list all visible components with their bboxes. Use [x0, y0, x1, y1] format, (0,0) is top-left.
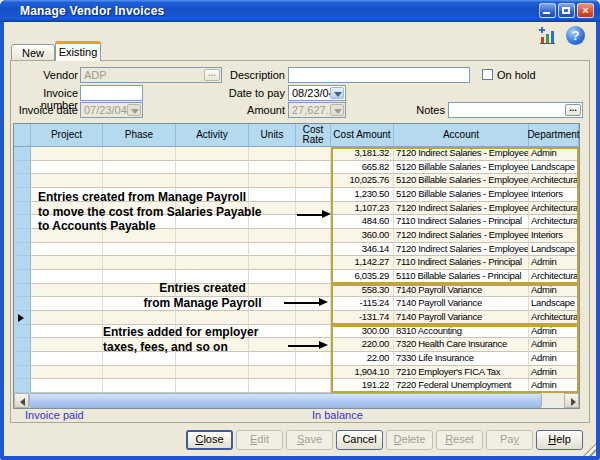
cell-account[interactable]: 7110 Indirect Salaries - Principal	[394, 256, 529, 270]
tab-existing[interactable]: Existing	[55, 41, 101, 61]
help-icon[interactable]: ?	[566, 26, 585, 45]
row-selector[interactable]	[14, 352, 31, 366]
cell-units[interactable]	[249, 256, 296, 270]
cell-account[interactable]: 7120 Indirect Salaries - Employee	[394, 147, 529, 161]
edit-button[interactable]: Edit	[236, 430, 283, 450]
column-header-units[interactable]: Units	[249, 124, 296, 147]
cell-cost-amount[interactable]: 6,035.29	[331, 270, 394, 284]
cell-department[interactable]: Admin	[529, 147, 579, 161]
cell-cost-rate[interactable]	[296, 352, 331, 366]
on-hold-checkbox[interactable]	[482, 69, 493, 80]
chevron-down-icon[interactable]	[330, 87, 344, 99]
cell-department[interactable]: Architectural	[529, 174, 579, 188]
cell-cost-amount[interactable]: 558.30	[331, 284, 394, 298]
close-window-button[interactable]: ×	[577, 3, 594, 18]
cell-phase[interactable]	[103, 243, 176, 257]
table-row[interactable]: -131.747140 Payroll VarianceArchitectura…	[14, 311, 579, 325]
cell-department[interactable]: Admin	[529, 366, 579, 380]
cell-project[interactable]	[31, 338, 103, 352]
horizontal-scrollbar[interactable]	[14, 393, 579, 408]
notes-browse-button[interactable]: ...	[565, 104, 581, 116]
cell-department[interactable]: Landscape	[529, 161, 579, 175]
cell-cost-rate[interactable]	[296, 366, 331, 380]
row-selector[interactable]	[14, 147, 31, 161]
save-button[interactable]: Save	[286, 430, 333, 450]
cell-cost-rate[interactable]	[296, 270, 331, 284]
column-header-phase[interactable]: Phase	[103, 124, 176, 147]
cell-account[interactable]: 7120 Indirect Salaries - Employee	[394, 202, 529, 216]
cell-activity[interactable]	[176, 174, 249, 188]
cell-department[interactable]: Architectural	[529, 311, 579, 325]
cell-department[interactable]: Admin	[529, 379, 579, 393]
cell-units[interactable]	[249, 243, 296, 257]
row-selector[interactable]	[14, 215, 31, 229]
scroll-right-button[interactable]	[564, 393, 579, 408]
column-header-cost-rate[interactable]: Cost Rate	[296, 124, 331, 147]
scrollbar-track[interactable]	[542, 393, 564, 408]
row-selector[interactable]	[14, 284, 31, 298]
description-field[interactable]	[288, 67, 470, 83]
scrollbar-thumb[interactable]	[29, 393, 542, 408]
cell-cost-rate[interactable]	[296, 229, 331, 243]
column-header-activity[interactable]: Activity	[176, 124, 249, 147]
cell-department[interactable]: Admin	[529, 352, 579, 366]
cell-department[interactable]: Landscape	[529, 297, 579, 311]
row-selector[interactable]	[14, 188, 31, 202]
table-row[interactable]: 1,904.107210 Employer's FICA TaxAdmin	[14, 366, 579, 380]
cell-account[interactable]: 7120 Indirect Salaries - Employee	[394, 243, 529, 257]
cell-project[interactable]	[31, 325, 103, 339]
column-header-account[interactable]: Account	[394, 124, 529, 147]
cell-cost-rate[interactable]	[296, 188, 331, 202]
column-header-department[interactable]: Department	[529, 124, 579, 147]
cell-cost-amount[interactable]: 191.22	[331, 379, 394, 393]
cell-phase[interactable]	[103, 147, 176, 161]
cell-cost-rate[interactable]	[296, 325, 331, 339]
cell-cost-rate[interactable]	[296, 311, 331, 325]
cell-project[interactable]	[31, 161, 103, 175]
cell-units[interactable]	[249, 311, 296, 325]
table-row[interactable]: 6,035.295110 Billable Salaries - Princip…	[14, 270, 579, 284]
cell-cost-rate[interactable]	[296, 256, 331, 270]
cancel-button[interactable]: Cancel	[336, 430, 383, 450]
row-selector[interactable]	[14, 229, 31, 243]
cell-account[interactable]: 7140 Payroll Variance	[394, 311, 529, 325]
table-row[interactable]: 3,181.327120 Indirect Salaries - Employe…	[14, 147, 579, 161]
reset-button[interactable]: Reset	[436, 430, 483, 450]
pay-button[interactable]: Pay	[486, 430, 533, 450]
table-row[interactable]: 558.307140 Payroll VarianceAdmin	[14, 284, 579, 298]
row-selector[interactable]	[14, 325, 31, 339]
cell-cost-rate[interactable]	[296, 284, 331, 298]
cell-project[interactable]	[31, 352, 103, 366]
tab-new[interactable]: New	[11, 44, 55, 61]
cell-cost-amount[interactable]: 484.60	[331, 215, 394, 229]
cell-department[interactable]: Architectural	[529, 215, 579, 229]
cell-cost-amount[interactable]: 1,230.50	[331, 188, 394, 202]
maximize-button[interactable]	[558, 3, 575, 18]
row-selector[interactable]	[14, 243, 31, 257]
date-to-pay-combo[interactable]: 08/23/04	[288, 85, 346, 101]
cell-cost-amount[interactable]: 346.14	[331, 243, 394, 257]
table-row[interactable]: 10,025.765120 Billable Salaries - Employ…	[14, 174, 579, 188]
cell-department[interactable]: Admin	[529, 256, 579, 270]
notes-field[interactable]: ...	[448, 102, 583, 118]
table-row[interactable]: 665.825120 Billable Salaries - EmployeeL…	[14, 161, 579, 175]
delete-button[interactable]: Delete	[386, 430, 433, 450]
cell-cost-amount[interactable]: 665.82	[331, 161, 394, 175]
cell-project[interactable]	[31, 366, 103, 380]
cell-project[interactable]	[31, 379, 103, 393]
cell-department[interactable]: Interiors	[529, 229, 579, 243]
cell-account[interactable]: 5120 Billable Salaries - Employee	[394, 188, 529, 202]
cell-account[interactable]: 5110 Billable Salaries - Principal	[394, 270, 529, 284]
cell-account[interactable]: 7320 Health Care Insurance	[394, 338, 529, 352]
table-row[interactable]: 22.007330 Life InsuranceAdmin	[14, 352, 579, 366]
table-row[interactable]: 346.147120 Indirect Salaries - EmployeeL…	[14, 243, 579, 257]
cell-cost-amount[interactable]: 360.00	[331, 229, 394, 243]
cell-cost-amount[interactable]: 10,025.76	[331, 174, 394, 188]
row-selector[interactable]	[14, 338, 31, 352]
cell-phase[interactable]	[103, 366, 176, 380]
invoice-number-field[interactable]	[80, 85, 143, 101]
column-header-project[interactable]: Project	[31, 124, 103, 147]
cell-account[interactable]: 7110 Indirect Salaries - Principal	[394, 215, 529, 229]
help-button[interactable]: Help	[536, 430, 583, 450]
cell-cost-rate[interactable]	[296, 379, 331, 393]
